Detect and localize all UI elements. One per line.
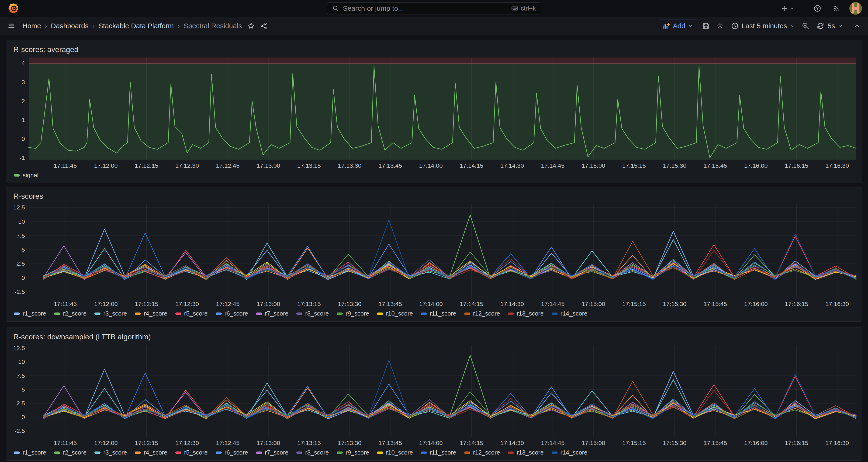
legend-item-r7_score[interactable]: r7_score <box>256 449 288 456</box>
legend-item-r4_score[interactable]: r4_score <box>135 449 167 456</box>
share-button[interactable] <box>258 21 269 31</box>
svg-text:10: 10 <box>18 218 25 224</box>
legend-item-r12_score[interactable]: r12_score <box>464 310 500 317</box>
top-header-bar: Search or jump to... ctrl+k ? <box>0 0 868 17</box>
add-panel-button[interactable]: Add <box>658 20 697 32</box>
legend-item-r6_score[interactable]: r6_score <box>216 310 248 317</box>
legend-item-r9_score[interactable]: r9_score <box>337 449 369 456</box>
legend-item-r10_score[interactable]: r10_score <box>377 310 413 317</box>
svg-text:17:14:00: 17:14:00 <box>419 301 443 307</box>
svg-text:17:12:15: 17:12:15 <box>135 301 158 307</box>
legend-label: r14_score <box>560 310 588 317</box>
legend-label: r8_score <box>305 310 329 317</box>
collapse-toolbar-button[interactable] <box>852 21 862 31</box>
legend-item-r11_score[interactable]: r11_score <box>421 449 456 456</box>
share-icon <box>260 22 268 30</box>
svg-text:17:14:30: 17:14:30 <box>500 301 524 307</box>
svg-text:4: 4 <box>22 60 25 66</box>
legend-label: r8_score <box>305 449 329 456</box>
legend-label: r5_score <box>184 310 208 317</box>
svg-text:17:15:00: 17:15:00 <box>582 301 605 307</box>
gear-icon <box>716 22 724 30</box>
help-button[interactable]: ? <box>812 3 823 14</box>
search-placeholder: Search or jump to... <box>343 4 508 12</box>
refresh-button[interactable]: 5s <box>814 20 845 32</box>
time-series-plot[interactable]: -2.502.557.51012.517:11:4517:12:0017:12:… <box>10 203 858 309</box>
help-icon: ? <box>813 4 822 12</box>
svg-text:12.5: 12.5 <box>13 204 25 211</box>
panel-title[interactable]: R-scores <box>10 190 858 201</box>
legend-swatch <box>14 312 20 315</box>
panel-title[interactable]: R-scores: downsampled (LTTB algorithm) <box>10 331 858 342</box>
legend-item-r1_score[interactable]: r1_score <box>14 449 46 456</box>
panel-title[interactable]: R-scores: averaged <box>10 43 858 54</box>
svg-text:17:16:15: 17:16:15 <box>785 301 808 307</box>
legend-item-r14_score[interactable]: r14_score <box>552 449 588 456</box>
legend-item-r6_score[interactable]: r6_score <box>216 449 248 456</box>
legend-item-signal[interactable]: signal <box>14 172 38 179</box>
legend-item-r13_score[interactable]: r13_score <box>508 449 544 456</box>
legend-item-r2_score[interactable]: r2_score <box>54 310 87 317</box>
legend-item-r5_score[interactable]: r5_score <box>175 310 208 317</box>
svg-text:17:13:00: 17:13:00 <box>257 162 280 168</box>
legend-item-r13_score[interactable]: r13_score <box>508 310 544 317</box>
svg-text:17:12:30: 17:12:30 <box>175 440 199 446</box>
svg-text:17:15:30: 17:15:30 <box>663 162 686 168</box>
legend-item-r10_score[interactable]: r10_score <box>377 449 413 456</box>
legend-swatch <box>175 452 181 454</box>
zoom-out-time-button[interactable] <box>800 21 811 31</box>
svg-text:17:13:30: 17:13:30 <box>338 162 361 168</box>
svg-text:17:13:45: 17:13:45 <box>378 162 402 168</box>
legend-item-r1_score[interactable]: r1_score <box>14 310 46 317</box>
legend-label: r10_score <box>386 449 413 456</box>
legend-item-r7_score[interactable]: r7_score <box>256 310 288 317</box>
legend-item-r9_score[interactable]: r9_score <box>337 310 369 317</box>
time-series-plot[interactable]: -10123417:11:4517:12:0017:12:1517:12:301… <box>10 56 858 170</box>
breadcrumb-current-dashboard: Spectral Residuals <box>184 22 242 30</box>
svg-text:17:14:15: 17:14:15 <box>460 440 483 446</box>
legend-item-r8_score[interactable]: r8_score <box>296 449 329 456</box>
svg-text:2.5: 2.5 <box>17 260 25 267</box>
legend-item-r8_score[interactable]: r8_score <box>296 310 329 317</box>
menu-toggle-button[interactable] <box>6 21 17 31</box>
svg-text:-1: -1 <box>20 155 25 161</box>
save-dashboard-button[interactable] <box>701 21 711 31</box>
legend-swatch <box>135 312 141 315</box>
svg-text:17:16:00: 17:16:00 <box>744 301 768 307</box>
legend-swatch <box>464 312 470 315</box>
legend-item-r12_score[interactable]: r12_score <box>464 449 500 456</box>
legend-swatch <box>464 452 470 454</box>
breadcrumb-dashboards[interactable]: Dashboards <box>51 22 89 30</box>
breadcrumb-home[interactable]: Home <box>22 22 41 30</box>
dashboard-toolbar: Home › Dashboards › Stackable Data Platf… <box>0 17 868 35</box>
svg-text:17:12:30: 17:12:30 <box>175 162 199 168</box>
search-input[interactable]: Search or jump to... ctrl+k <box>327 2 541 14</box>
grafana-logo[interactable] <box>8 3 20 14</box>
favorite-button[interactable] <box>246 21 256 31</box>
svg-text:17:15:45: 17:15:45 <box>704 301 727 307</box>
time-range-picker[interactable]: Last 5 minutes <box>728 20 797 32</box>
breadcrumb-folder[interactable]: Stackable Data Platform <box>98 22 174 30</box>
user-avatar[interactable] <box>849 2 862 15</box>
legend-item-r2_score[interactable]: r2_score <box>54 449 87 456</box>
legend-item-r3_score[interactable]: r3_score <box>94 449 127 456</box>
add-button-label: Add <box>673 22 685 30</box>
svg-text:17:15:45: 17:15:45 <box>704 440 727 446</box>
legend-label: r7_score <box>265 449 288 456</box>
legend-label: r2_score <box>63 310 87 317</box>
new-item-button[interactable] <box>779 3 796 13</box>
dashboard-canvas: R-scores: averaged -10123417:11:4517:12:… <box>0 35 868 462</box>
dashboard-settings-button[interactable] <box>715 21 725 31</box>
svg-text:17:11:45: 17:11:45 <box>54 301 77 307</box>
panel-r-scores-downsampled: R-scores: downsampled (LTTB algorithm) -… <box>6 327 862 461</box>
legend-item-r3_score[interactable]: r3_score <box>94 310 127 317</box>
legend-item-r4_score[interactable]: r4_score <box>135 310 167 317</box>
legend-item-r14_score[interactable]: r14_score <box>552 310 588 317</box>
svg-text:17:14:00: 17:14:00 <box>419 440 443 446</box>
legend-item-r5_score[interactable]: r5_score <box>175 449 208 456</box>
time-series-plot[interactable]: -2.502.557.51012.517:11:4517:12:0017:12:… <box>10 343 858 448</box>
time-range-label: Last 5 minutes <box>742 22 787 30</box>
legend-item-r11_score[interactable]: r11_score <box>421 310 456 317</box>
svg-text:17:13:00: 17:13:00 <box>257 301 280 307</box>
news-button[interactable] <box>831 3 841 14</box>
